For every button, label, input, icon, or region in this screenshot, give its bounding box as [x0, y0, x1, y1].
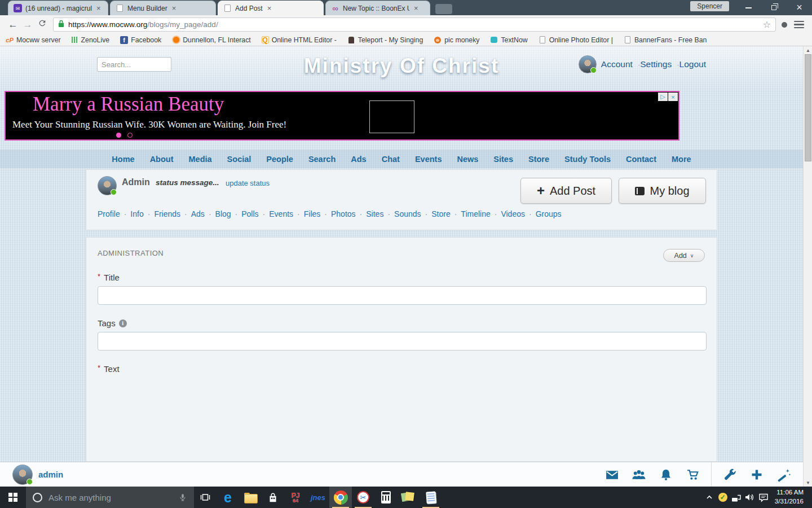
profile-avatar[interactable] [98, 176, 117, 195]
snipping-tool-icon[interactable]: ✂ [352, 487, 374, 508]
tab-close-icon[interactable]: × [95, 5, 102, 12]
address-bar[interactable]: https://www.mocww.org/blogs/my_page/add/… [53, 17, 776, 32]
nav-link[interactable]: Home [112, 155, 134, 164]
ad-carousel-dots[interactable] [116, 133, 133, 138]
account-link[interactable]: Account [601, 59, 640, 69]
bookmark-textnow[interactable]: TextNow [490, 36, 527, 44]
profile-link[interactable]: Info [130, 209, 154, 218]
reload-button[interactable] [35, 19, 50, 30]
task-view-button[interactable] [194, 487, 217, 508]
project64-icon[interactable]: PJ64 [284, 487, 307, 508]
profile-link[interactable]: Files [304, 209, 331, 218]
account-link[interactable]: Logout [679, 59, 706, 69]
bookmark-dunnellon[interactable]: Dunnellon, FL Interact [172, 36, 251, 44]
chrome-menu-icon[interactable] [794, 21, 804, 29]
profile-link[interactable]: Sites [366, 209, 394, 218]
nav-link[interactable]: About [150, 155, 174, 164]
cart-icon[interactable] [686, 467, 700, 482]
scrollbar-thumb[interactable] [805, 54, 811, 161]
bookmark-photo-editor[interactable]: Online Photo Editor | [539, 36, 613, 44]
tags-input[interactable] [98, 332, 707, 351]
nav-link[interactable]: Contact [626, 155, 656, 164]
edge-icon[interactable]: e [217, 487, 239, 508]
file-explorer-icon[interactable] [239, 487, 262, 508]
add-content-plus-icon[interactable] [749, 467, 764, 482]
profile-link[interactable]: Sounds [394, 209, 431, 218]
tab-menu-builder[interactable]: Menu Builder × [110, 1, 216, 15]
sticky-notes-icon[interactable] [397, 487, 420, 508]
title-input[interactable] [98, 286, 707, 305]
profile-link[interactable]: Photos [331, 209, 366, 218]
ad-banner[interactable]: Marry a Russian Beauty Meet Your Stunnin… [5, 91, 679, 141]
jnes-icon[interactable]: jnes [307, 487, 329, 508]
profile-link[interactable]: Blog [215, 209, 242, 218]
bookmark-star-icon[interactable]: ☆ [763, 19, 771, 30]
member-username[interactable]: admin [38, 470, 63, 479]
profile-link[interactable]: Polls [241, 209, 269, 218]
nav-link[interactable]: News [457, 155, 478, 164]
add-post-button[interactable]: + Add Post [520, 178, 612, 204]
account-link[interactable]: Settings [640, 59, 679, 69]
customize-wand-icon[interactable] [776, 467, 791, 482]
chrome-profile-button[interactable]: Spencer [690, 1, 729, 11]
cortana-search-input[interactable] [48, 493, 172, 502]
profile-link[interactable]: Events [269, 209, 303, 218]
add-dropdown-button[interactable]: Add ∨ [663, 249, 705, 262]
page-scrollbar[interactable]: ▲ ▼ [803, 46, 812, 487]
bookmark-facebook[interactable]: fFacebook [120, 36, 161, 44]
window-close-button[interactable]: × [787, 0, 812, 15]
windows-store-icon[interactable] [262, 487, 284, 508]
window-minimize-button[interactable] [736, 0, 761, 15]
admin-tools-wrench-icon[interactable] [722, 467, 737, 482]
my-blog-button[interactable]: My blog [619, 178, 706, 204]
tab-close-icon[interactable]: × [266, 5, 273, 12]
forward-button[interactable]: → [20, 19, 35, 30]
profile-link[interactable]: Profile [98, 209, 130, 218]
nav-link[interactable]: Ads [351, 155, 366, 164]
nav-link[interactable]: Social [227, 155, 251, 164]
bookmark-zenolive[interactable]: ZenoLive [72, 36, 110, 44]
tab-close-icon[interactable]: × [413, 5, 420, 12]
scroll-up-icon[interactable]: ▲ [804, 46, 812, 54]
adchoices-icon[interactable]: ▷ [658, 93, 668, 101]
start-button[interactable] [0, 487, 26, 508]
profile-link[interactable]: Videos [501, 209, 535, 218]
nav-link[interactable]: People [266, 155, 293, 164]
carousel-dot-active[interactable] [116, 133, 121, 138]
nav-link[interactable]: Events [415, 155, 442, 164]
back-button[interactable]: ← [6, 19, 20, 30]
bookmark-teleport[interactable]: Teleport - My Singing [347, 36, 423, 44]
antivirus-icon[interactable]: ✓ [716, 493, 730, 502]
notepad-icon[interactable] [420, 487, 442, 508]
friends-icon[interactable] [632, 467, 646, 482]
nav-link[interactable]: Store [528, 155, 549, 164]
calculator-icon[interactable] [374, 487, 397, 508]
chrome-taskbar-icon[interactable] [329, 487, 352, 508]
tab-boonex[interactable]: ∞ New Topic :: BoonEx Unity × [325, 1, 430, 15]
member-avatar[interactable] [12, 465, 33, 485]
bookmark-html-editor[interactable]: QOnline HTML Editor - [262, 36, 337, 44]
nav-link[interactable]: Media [189, 155, 212, 164]
tray-chevron-icon[interactable] [703, 493, 716, 501]
action-center-icon[interactable] [757, 492, 770, 502]
nav-link[interactable]: Sites [493, 155, 513, 164]
bookmark-bannerfans[interactable]: BannerFans - Free Ban [624, 36, 707, 44]
profile-link[interactable]: Timeline [461, 209, 501, 218]
bookmark-picmonkey[interactable]: pic moneky [434, 36, 479, 44]
profile-link[interactable]: Friends [154, 209, 191, 218]
carousel-dot[interactable] [127, 133, 133, 138]
microphone-icon[interactable] [178, 493, 187, 502]
nav-link[interactable]: Study Tools [564, 155, 611, 164]
tab-add-post[interactable]: Add Post × [218, 1, 324, 15]
bookmark-mocww-server[interactable]: cPMocww server [6, 36, 61, 44]
profile-link[interactable]: Groups [536, 209, 562, 218]
profile-link[interactable]: Store [431, 209, 461, 218]
network-icon[interactable] [730, 492, 743, 502]
tab-close-icon[interactable]: × [171, 5, 178, 12]
scroll-down-icon[interactable]: ▼ [804, 479, 812, 487]
https-lock-icon[interactable] [58, 19, 64, 30]
notifications-bell-icon[interactable] [659, 467, 673, 482]
info-icon[interactable]: i [119, 319, 127, 327]
ad-close-icon[interactable]: × [668, 93, 678, 101]
cortana-search[interactable] [26, 487, 194, 508]
